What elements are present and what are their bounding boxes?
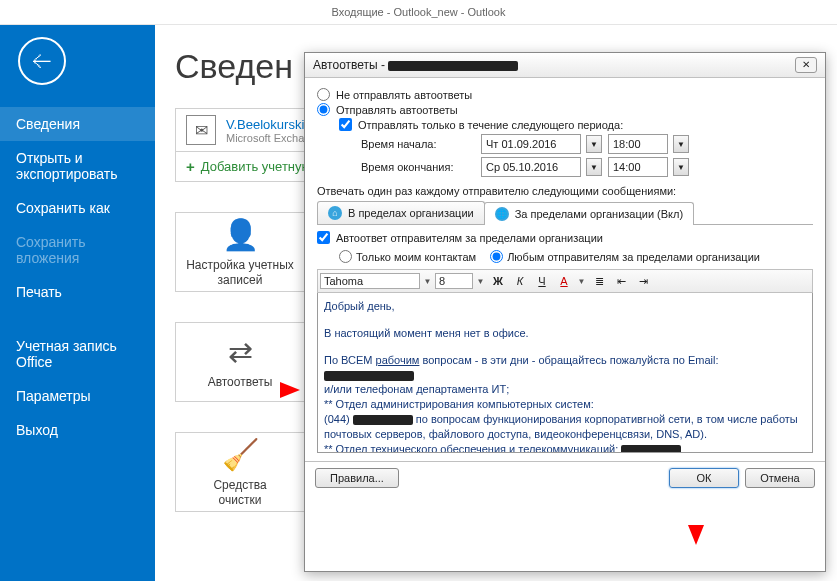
plus-icon: +	[186, 158, 195, 175]
tab-outside-org[interactable]: 🌐 За пределами организации (Вкл)	[484, 202, 694, 225]
font-combo[interactable]: Tahoma	[320, 273, 420, 289]
org-icon: ⌂	[328, 206, 342, 220]
globe-icon: 🌐	[495, 207, 509, 221]
chevron-down-icon[interactable]: ▼	[673, 135, 689, 153]
start-date-combo[interactable]: Чт 01.09.2016	[481, 134, 581, 154]
cleanup-tools-button[interactable]: 🧹 Средстваочистки	[175, 432, 305, 512]
sidebar-item-info[interactable]: Сведения	[0, 107, 155, 141]
dialog-titlebar: Автоответы - ✕	[305, 53, 825, 78]
annotation-arrow-down	[688, 525, 704, 545]
start-time-combo[interactable]: 18:00	[608, 134, 668, 154]
annotation-arrow-right	[280, 382, 300, 398]
back-button[interactable]: 🡠	[18, 37, 66, 85]
end-time-combo[interactable]: 14:00	[608, 157, 668, 177]
bold-button[interactable]: Ж	[488, 272, 508, 290]
message-editor[interactable]: Добрый день, В настоящий момент меня нет…	[317, 293, 813, 453]
check-period[interactable]: Отправлять только в течение следующего п…	[317, 118, 813, 131]
font-size-combo[interactable]: 8	[435, 273, 473, 289]
account-settings-button[interactable]: 👤 Настройка учетныхзаписей	[175, 212, 305, 292]
chevron-down-icon[interactable]: ▼	[475, 272, 486, 290]
rules-button[interactable]: Правила...	[315, 468, 399, 488]
reply-once-label: Отвечать один раз каждому отправителю сл…	[317, 185, 813, 197]
chevron-down-icon[interactable]: ▼	[422, 272, 433, 290]
cancel-button[interactable]: Отмена	[745, 468, 815, 488]
add-account-label: Добавить учетную	[201, 159, 312, 174]
start-label: Время начала:	[361, 138, 481, 150]
radio-contacts-only[interactable]: Только моим контактам	[339, 250, 476, 263]
chevron-down-icon[interactable]: ▼	[576, 272, 587, 290]
chevron-down-icon[interactable]: ▼	[586, 135, 602, 153]
underline-button[interactable]: Ч	[532, 272, 552, 290]
outdent-button[interactable]: ⇤	[611, 272, 631, 290]
sidebar-item-print[interactable]: Печать	[0, 275, 155, 309]
indent-button[interactable]: ⇥	[633, 272, 653, 290]
cleanup-icon: 🧹	[222, 437, 259, 472]
backstage-sidebar: 🡠 Сведения Открыть и экспортировать Сохр…	[0, 25, 155, 581]
font-color-button[interactable]: А	[554, 272, 574, 290]
sidebar-item-save-attachments: Сохранить вложения	[0, 225, 155, 275]
radio-any-sender[interactable]: Любым отправителям за пределами организа…	[490, 250, 760, 263]
radio-dont-send[interactable]: Не отправлять автоответы	[317, 88, 813, 101]
tab-inside-org[interactable]: ⌂ В пределах организации	[317, 201, 485, 224]
sidebar-item-options[interactable]: Параметры	[0, 379, 155, 413]
exchange-icon: ✉	[186, 115, 216, 145]
sidebar-item-open-export[interactable]: Открыть и экспортировать	[0, 141, 155, 191]
user-settings-icon: 👤	[222, 217, 259, 252]
sidebar-item-office-account[interactable]: Учетная запись Office	[0, 329, 155, 379]
ok-button[interactable]: ОК	[669, 468, 739, 488]
end-label: Время окончания:	[361, 161, 481, 173]
chevron-down-icon[interactable]: ▼	[673, 158, 689, 176]
autoreply-icon: ⇄	[228, 334, 253, 369]
radio-send[interactable]: Отправлять автоответы	[317, 103, 813, 116]
check-reply-outside[interactable]: Автоответ отправителям за пределами орга…	[317, 231, 813, 244]
sidebar-item-save-as[interactable]: Сохранить как	[0, 191, 155, 225]
italic-button[interactable]: К	[510, 272, 530, 290]
sidebar-item-exit[interactable]: Выход	[0, 413, 155, 447]
autoreply-dialog: Автоответы - ✕ Не отправлять автоответы …	[304, 52, 826, 572]
chevron-down-icon[interactable]: ▼	[586, 158, 602, 176]
window-title: Входящие - Outlook_new - Outlook	[0, 0, 837, 25]
dialog-title-text: Автоответы -	[313, 58, 388, 72]
bullets-button[interactable]: ≣	[589, 272, 609, 290]
end-date-combo[interactable]: Ср 05.10.2016	[481, 157, 581, 177]
format-toolbar: Tahoma▼ 8▼ Ж К Ч А▼ ≣ ⇤ ⇥	[317, 269, 813, 293]
dialog-close-button[interactable]: ✕	[795, 57, 817, 73]
